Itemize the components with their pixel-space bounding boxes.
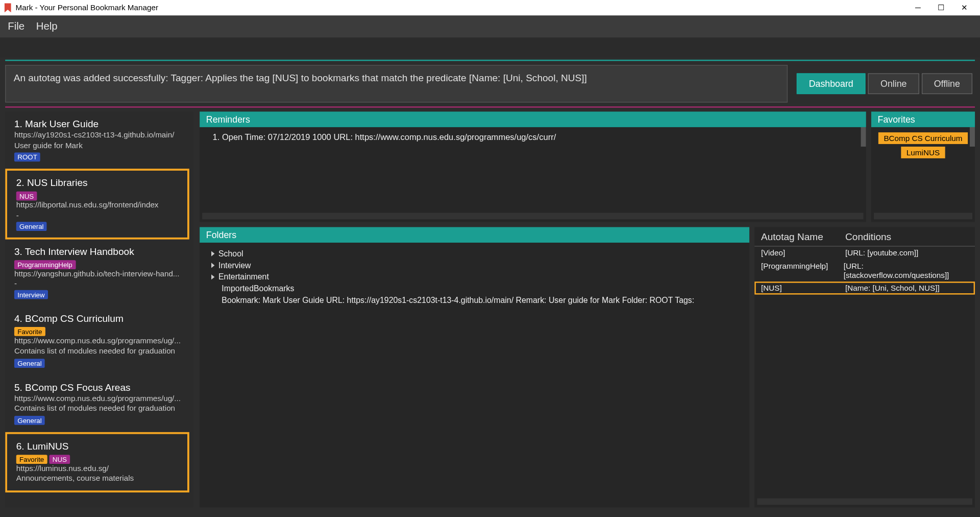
bookmark-item[interactable]: 1. Mark User Guidehttps://ay1920s1-cs210… <box>5 111 189 169</box>
autotag-condition: [Name: [Uni, School, NUS]] <box>845 284 940 293</box>
tab-offline[interactable]: Offline <box>922 74 972 95</box>
autotag-header: Autotag Name Conditions <box>754 227 975 247</box>
bookmark-item[interactable]: 3. Tech Interview HandbookProgrammingHel… <box>5 239 189 307</box>
autotag-name: [Video] <box>761 248 845 257</box>
scrollbar-vertical[interactable] <box>861 127 866 147</box>
bookmark-item[interactable]: 2. NUS LibrariesNUShttps://libportal.nus… <box>5 169 189 239</box>
bookmark-title: 5. BComp CS Focus Areas <box>14 381 182 392</box>
tag-nus: NUS <box>16 192 37 201</box>
tag-favorite: Favorite <box>16 455 47 464</box>
bookmark-url: https://www.comp.nus.edu.sg/programmes/u… <box>14 393 182 404</box>
view-tabs: Dashboard Online Offline <box>794 65 975 103</box>
tag-favorite: Favorite <box>14 327 45 337</box>
bookmark-url: https://libportal.nus.edu.sg/frontend/in… <box>16 201 180 211</box>
autotag-row[interactable]: [ProgrammingHelp][URL: [stackoverflow.co… <box>754 260 975 281</box>
bookmark-dash: - <box>16 210 180 220</box>
folders-header: Folders <box>200 227 749 243</box>
close-button[interactable]: ✕ <box>953 0 976 15</box>
bookmark-desc: Announcements, course materials <box>16 474 180 484</box>
bookmark-title: 2. NUS Libraries <box>16 177 180 189</box>
autotag-col-cond: Conditions <box>845 231 891 242</box>
bookmark-url: https://ay1920s1-cs2103t-t13-4.github.io… <box>14 130 182 140</box>
folder-label: Interview <box>218 261 251 270</box>
folder-item[interactable]: Interview <box>206 260 743 271</box>
folder-item[interactable]: Entertainment <box>206 271 743 283</box>
folder-detail: Bookmark: Mark User Guide URL: https://a… <box>206 295 743 307</box>
menu-file[interactable]: File <box>8 21 24 33</box>
autotag-name: [NUS] <box>761 284 845 293</box>
autotag-name: [ProgrammingHelp] <box>761 262 844 280</box>
tag-general: General <box>14 416 45 425</box>
scrollbar-horizontal[interactable] <box>202 213 863 220</box>
autotag-row[interactable]: [Video][URL: [youtube.com]] <box>754 247 975 260</box>
tag-general: General <box>14 359 45 368</box>
tag-general: General <box>16 222 47 231</box>
bookmark-url: https://www.comp.nus.edu.sg/programmes/u… <box>14 336 182 346</box>
menu-help[interactable]: Help <box>36 21 58 33</box>
bookmark-desc: Contains list of modules needed for grad… <box>14 404 182 414</box>
bookmark-item[interactable]: 6. LumiNUSFavoriteNUShttps://luminus.nus… <box>5 432 189 492</box>
bookmark-list[interactable]: 1. Mark User Guidehttps://ay1920s1-cs210… <box>5 111 193 507</box>
bookmark-title: 3. Tech Interview Handbook <box>14 246 182 257</box>
tag-programminghelp: ProgrammingHelp <box>14 260 76 269</box>
bookmark-title: 1. Mark User Guide <box>14 118 182 129</box>
bookmark-url: https://yangshun.github.io/tech-intervie… <box>14 269 182 279</box>
bookmark-title: 6. LumiNUS <box>16 440 180 452</box>
menubar: File Help <box>0 15 980 37</box>
autotag-condition: [URL: [youtube.com]] <box>845 248 918 257</box>
folder-item-plain[interactable]: ImportedBookmarks <box>206 284 743 293</box>
chevron-right-icon <box>211 263 214 268</box>
tag-nus: NUS <box>49 455 70 464</box>
bookmark-dash: - <box>14 279 182 289</box>
bookmark-item[interactable]: 4. BComp CS CurriculumFavoritehttps://ww… <box>5 307 189 375</box>
bookmark-title: 4. BComp CS Curriculum <box>14 313 182 324</box>
bookmark-url: https://luminus.nus.edu.sg/ <box>16 464 180 474</box>
status-message: An autotag was added successfully: Tagge… <box>5 65 788 103</box>
magenta-divider <box>5 106 975 108</box>
teal-divider <box>5 60 975 61</box>
toolbar-strip <box>0 38 980 57</box>
scrollbar-horizontal[interactable] <box>874 213 972 220</box>
tag-interview: Interview <box>14 290 48 299</box>
favorite-pill[interactable]: BComp CS Curriculum <box>878 132 967 144</box>
autotag-col-name: Autotag Name <box>761 231 845 242</box>
folders-panel: Folders SchoolInterviewEntertainmentImpo… <box>200 227 749 508</box>
titlebar: Mark - Your Personal Bookmark Manager ─ … <box>0 0 980 15</box>
favorites-header: Favorites <box>871 111 975 127</box>
autotag-panel: Autotag Name Conditions [Video][URL: [yo… <box>754 227 975 508</box>
autotag-condition: [URL: [stackoverflow.com/questions]] <box>844 262 969 280</box>
reminders-header: Reminders <box>200 111 866 127</box>
window-title: Mark - Your Personal Bookmark Manager <box>15 3 158 12</box>
chevron-right-icon <box>211 274 214 279</box>
folder-label: Entertainment <box>218 272 269 281</box>
scrollbar-horizontal[interactable] <box>757 498 972 505</box>
minimize-button[interactable]: ─ <box>906 0 929 15</box>
tag-root: ROOT <box>14 153 40 162</box>
folder-label: School <box>218 249 243 258</box>
bookmark-desc: User guide for Mark <box>14 140 182 151</box>
bookmark-desc: Contains list of modules needed for grad… <box>14 346 182 357</box>
reminder-item: 1. Open Time: 07/12/2019 1000 URL: https… <box>213 132 860 142</box>
tab-dashboard[interactable]: Dashboard <box>797 74 866 95</box>
autotag-row[interactable]: [NUS][Name: [Uni, School, NUS]] <box>754 281 975 294</box>
maximize-button[interactable]: ☐ <box>929 0 953 15</box>
chevron-right-icon <box>211 251 214 256</box>
tab-online[interactable]: Online <box>868 74 919 95</box>
folder-item[interactable]: School <box>206 248 743 260</box>
favorites-panel: Favorites BComp CS Curriculum LumiNUS <box>871 111 975 222</box>
favorite-pill[interactable]: LumiNUS <box>901 147 945 158</box>
bookmark-item[interactable]: 5. BComp CS Focus Areashttps://www.comp.… <box>5 375 189 432</box>
reminders-panel: Reminders 1. Open Time: 07/12/2019 1000 … <box>200 111 866 222</box>
app-icon <box>4 3 12 12</box>
scrollbar-vertical[interactable] <box>970 127 975 147</box>
